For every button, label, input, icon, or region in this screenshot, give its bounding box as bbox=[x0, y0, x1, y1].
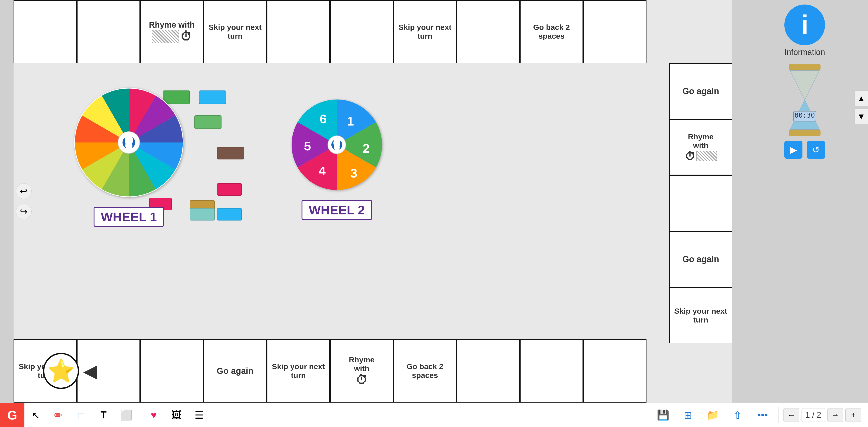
board-cell-top-8: Go back 2 spaces bbox=[520, 0, 583, 63]
right-sidebar: i Information 00:30 bbox=[741, 0, 868, 403]
page-indicator: 1 / 2 bbox=[802, 408, 825, 422]
page-next-button[interactable]: → bbox=[827, 408, 843, 422]
wheel1-container: WHEEL 1 bbox=[50, 84, 208, 227]
toolbar: G ↖ ✏ ◻ T ⬜ ♥ 🖼 ☰ 💾 ⊞ 📁 ⇧ ••• ← 1 / 2 → … bbox=[0, 403, 868, 427]
board-cell-right-0: Go again bbox=[669, 63, 733, 119]
image-button[interactable]: 🖼 bbox=[166, 405, 186, 425]
wheel1-svg bbox=[70, 84, 188, 201]
undo-button[interactable]: ↩ bbox=[16, 183, 32, 199]
board-right-col: Go again Rhyme with ⏱ Go again Skip your… bbox=[669, 0, 733, 398]
game-area: ▶ Rhyme with ⏱ Skip your next turn Skip bbox=[13, 0, 733, 403]
svg-text:00:30: 00:30 bbox=[795, 111, 815, 119]
heart-button[interactable]: ♥ bbox=[144, 405, 164, 425]
swatch-6 bbox=[217, 147, 244, 159]
wheel2-container: 1 2 3 4 5 6 WHEEL 2 bbox=[269, 95, 405, 220]
svg-text:1: 1 bbox=[347, 114, 354, 128]
svg-point-32 bbox=[334, 145, 340, 150]
eraser-tool[interactable]: ◻ bbox=[71, 405, 91, 425]
scroll-arrows: ▲ ▼ bbox=[855, 90, 868, 124]
svg-text:3: 3 bbox=[350, 166, 357, 180]
swatch-12 bbox=[217, 208, 242, 220]
folder-button[interactable]: 📁 bbox=[703, 405, 723, 425]
board-cell-right-3: Go again bbox=[669, 232, 733, 287]
info-section: i Information bbox=[784, 4, 825, 57]
more-button[interactable]: ••• bbox=[752, 405, 773, 425]
board-cell-top-3: Skip your next turn bbox=[204, 0, 267, 63]
undo-redo: ↩ ↪ bbox=[16, 183, 32, 219]
info-button[interactable]: i bbox=[784, 4, 825, 45]
pencil-tool[interactable]: ✏ bbox=[48, 405, 68, 425]
add-page-button[interactable]: ⊞ bbox=[678, 405, 698, 425]
svg-text:2: 2 bbox=[363, 141, 370, 155]
scroll-up-button[interactable]: ▲ bbox=[855, 90, 868, 106]
toolbar-right: 💾 ⊞ 📁 ⇧ ••• ← 1 / 2 → + bbox=[652, 405, 868, 425]
board-cell-top-6: Skip your next turn bbox=[393, 0, 457, 63]
svg-text:4: 4 bbox=[318, 164, 326, 178]
svg-text:6: 6 bbox=[320, 112, 327, 126]
wheels-area: WHEEL 1 1 2 3 4 5 6 bbox=[32, 72, 619, 389]
svg-text:5: 5 bbox=[304, 139, 311, 153]
list-button[interactable]: ☰ bbox=[189, 405, 209, 425]
board-cell-right-1: Rhyme with ⏱ bbox=[669, 119, 733, 176]
timer-container: 00:30 ▶ ↺ bbox=[782, 62, 827, 159]
info-label: Information bbox=[784, 48, 825, 57]
timer-controls: ▶ ↺ bbox=[784, 141, 825, 159]
board-cell-top-corner bbox=[583, 0, 647, 63]
wheel1-label: WHEEL 1 bbox=[94, 207, 164, 227]
board-cell-right-2 bbox=[669, 175, 733, 232]
svg-rect-34 bbox=[789, 129, 820, 136]
board-cell-top-2: Rhyme with ⏱ bbox=[140, 0, 204, 63]
swatch-10 bbox=[217, 183, 242, 195]
toolbar-divider-2 bbox=[778, 407, 779, 423]
timer-play-button[interactable]: ▶ bbox=[784, 141, 802, 159]
board-top-row: Rhyme with ⏱ Skip your next turn Skip yo… bbox=[13, 0, 683, 63]
board-cell-top-5 bbox=[330, 0, 393, 63]
save-button[interactable]: 💾 bbox=[653, 405, 673, 425]
share-button[interactable]: ⇧ bbox=[727, 405, 748, 425]
page-add-button[interactable]: + bbox=[845, 408, 861, 422]
board-cell-right-4: Skip your next turn bbox=[669, 287, 733, 343]
redo-button[interactable]: ↪ bbox=[16, 204, 32, 219]
select-tool[interactable]: ⬜ bbox=[116, 405, 136, 425]
board-cell-top-4 bbox=[267, 0, 330, 63]
board-cell-top-1 bbox=[77, 0, 140, 63]
g-logo-button[interactable]: G bbox=[0, 403, 24, 427]
timer-reset-button[interactable]: ↺ bbox=[807, 141, 825, 159]
wheel2-svg: 1 2 3 4 5 6 bbox=[287, 95, 386, 194]
hourglass-svg: 00:30 bbox=[782, 62, 827, 139]
text-tool[interactable]: T bbox=[93, 405, 114, 425]
board-cell-top-0 bbox=[13, 0, 77, 63]
wheel2-label: WHEEL 2 bbox=[302, 200, 372, 220]
cursor-tool[interactable]: ↖ bbox=[26, 405, 46, 425]
page-prev-button[interactable]: ← bbox=[783, 408, 799, 422]
svg-rect-33 bbox=[789, 64, 820, 70]
svg-point-22 bbox=[125, 142, 132, 149]
board-cell-top-7 bbox=[457, 0, 520, 63]
toolbar-divider-1 bbox=[140, 407, 140, 423]
scroll-down-button[interactable]: ▼ bbox=[855, 109, 868, 124]
